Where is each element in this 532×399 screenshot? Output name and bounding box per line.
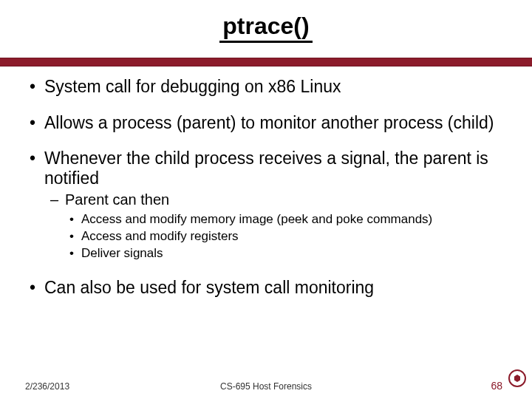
- bullet-item: Deliver signals: [65, 245, 507, 261]
- bullet-item: Can also be used for system call monitor…: [25, 278, 507, 297]
- bullet-item: Access and modify memory image (peek and…: [65, 211, 507, 227]
- bullet-list-level3: Access and modify memory image (peek and…: [65, 211, 507, 262]
- bullet-text: Whenever the child process receives a si…: [44, 149, 488, 187]
- content-area: System call for debugging on x86 Linux A…: [0, 66, 532, 297]
- title-wrap: ptrace(): [0, 0, 532, 43]
- page-number: 68: [491, 380, 502, 392]
- bullet-text: Parent can then: [65, 191, 169, 208]
- bullet-item: Access and modify registers: [65, 228, 507, 244]
- bullet-list-level2: Parent can then Access and modify memory…: [44, 191, 507, 262]
- bullet-item: Parent can then Access and modify memory…: [44, 191, 507, 262]
- footer-course: CS-695 Host Forensics: [0, 381, 532, 392]
- slide: ptrace() System call for debugging on x8…: [0, 0, 532, 399]
- university-logo-icon: [508, 369, 529, 390]
- slide-title: ptrace(): [219, 13, 312, 43]
- logo-circle: [508, 369, 526, 387]
- bullet-item: Whenever the child process receives a si…: [25, 149, 507, 262]
- bullet-item: Allows a process (parent) to monitor ano…: [25, 113, 507, 132]
- bullet-item: System call for debugging on x86 Linux: [25, 77, 507, 96]
- bullet-list-level1: System call for debugging on x86 Linux A…: [25, 77, 507, 297]
- footer: 2/236/2013 CS-695 Host Forensics 68: [0, 375, 532, 392]
- accent-bar: [0, 58, 532, 66]
